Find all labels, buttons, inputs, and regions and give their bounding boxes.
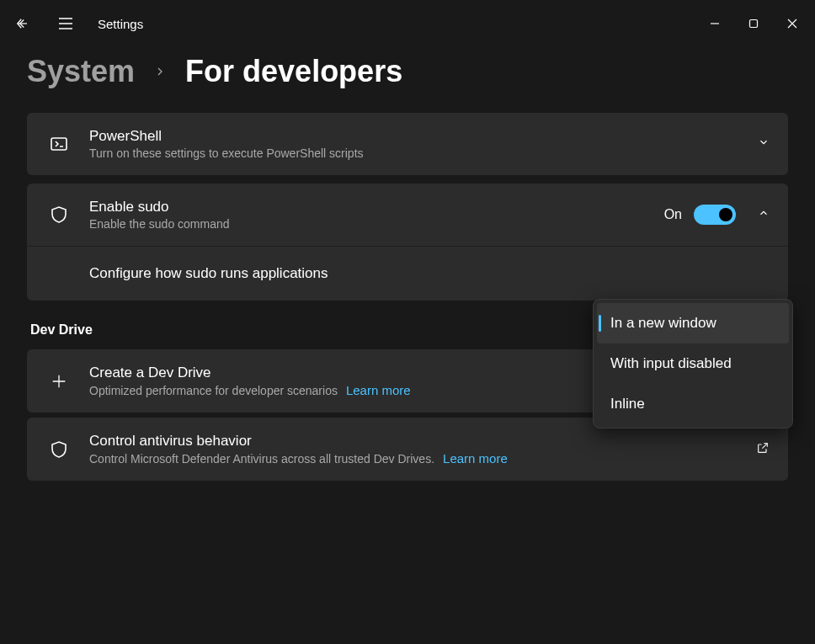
powershell-expander[interactable]: PowerShell Turn on these settings to exe… [27,113,788,175]
titlebar-left: Settings [3,5,143,42]
sudo-toggle-label: On [664,207,682,222]
powershell-sub: Turn on these settings to execute PowerS… [89,146,741,160]
sudo-text: Enable sudo Enable the sudo command [89,199,647,231]
titlebar: Settings [0,0,815,47]
antivirus-sub: Control Microsoft Defender Antivirus acr… [89,452,434,466]
breadcrumb: System For developers [0,47,815,113]
create-devdrive-sub: Optimized performance for developer scen… [89,384,338,397]
breadcrumb-parent[interactable]: System [27,54,135,89]
app-title: Settings [98,17,143,31]
chevron-right-icon [153,60,167,83]
close-icon [787,19,797,29]
sudo-configure-label: Configure how sudo runs applications [89,265,770,282]
back-arrow-icon [14,16,29,31]
chevron-down-icon [758,136,770,152]
antivirus-sub-row: Control Microsoft Defender Antivirus acr… [89,451,739,466]
hamburger-icon [58,17,73,30]
maximize-icon [748,19,759,29]
shield-icon [45,205,72,225]
close-button[interactable] [773,7,812,40]
sudo-mode-dropdown: In a new window With input disabled Inli… [593,299,793,428]
sudo-toggle-area: On [664,205,736,225]
sudo-option-input-disabled[interactable]: With input disabled [597,343,789,384]
antivirus-title: Control antivirus behavior [89,433,739,450]
sudo-option-inline[interactable]: Inline [597,384,789,424]
sudo-option-new-window[interactable]: In a new window [597,303,789,343]
maximize-button[interactable] [734,7,773,40]
page-title: For developers [185,54,402,89]
svg-rect-0 [750,20,758,28]
window-controls [695,7,812,40]
powershell-card: PowerShell Turn on these settings to exe… [27,113,788,175]
powershell-text: PowerShell Turn on these settings to exe… [89,128,741,160]
sudo-configure-row[interactable]: Configure how sudo runs applications [27,246,788,301]
sudo-sub: Enable the sudo command [89,217,647,231]
antivirus-text: Control antivirus behavior Control Micro… [89,433,739,466]
sudo-card: Enable sudo Enable the sudo command On C… [27,184,788,301]
toggle-knob [719,208,732,221]
minimize-button[interactable] [695,7,734,40]
sudo-title: Enable sudo [89,199,647,216]
sudo-toggle[interactable] [694,205,736,225]
chevron-up-icon [758,207,770,222]
powershell-icon [45,134,72,154]
powershell-title: PowerShell [89,128,741,145]
plus-icon [45,372,72,391]
create-devdrive-learn-more[interactable]: Learn more [346,383,411,397]
back-button[interactable] [3,5,40,42]
shield-icon [45,439,72,460]
antivirus-learn-more[interactable]: Learn more [443,451,508,466]
minimize-icon [710,19,720,29]
sudo-expander[interactable]: Enable sudo Enable the sudo command On [27,184,788,246]
content-area: PowerShell Turn on these settings to exe… [0,113,815,481]
nav-menu-button[interactable] [47,5,84,42]
open-external-icon [756,441,770,458]
